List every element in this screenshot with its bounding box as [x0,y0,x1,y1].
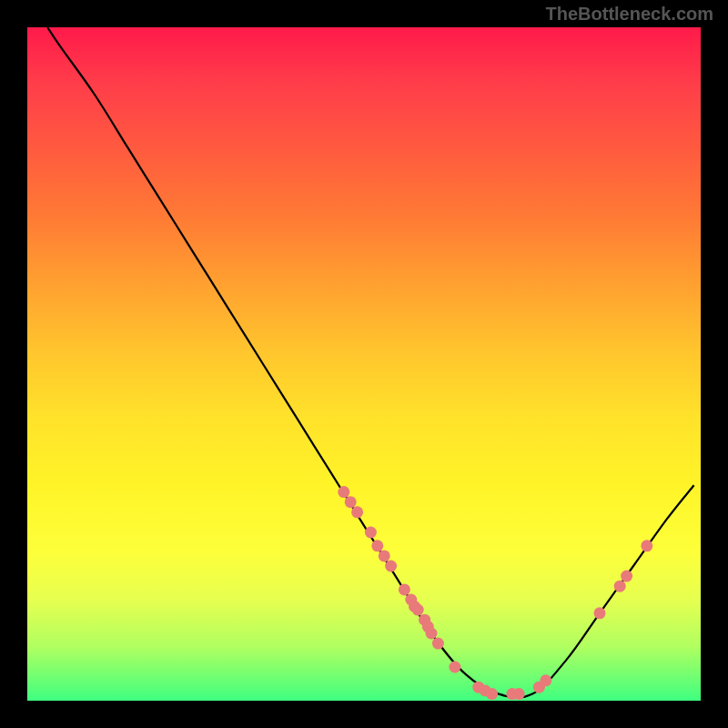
chart-plot-area [27,27,701,701]
watermark-text: TheBottleneck.com [546,4,713,25]
data-point [345,496,357,508]
data-point [594,607,606,619]
data-point [338,486,349,498]
chart-svg [27,27,701,701]
chart-curve-line [47,27,693,698]
data-point [379,550,390,561]
data-point [351,506,363,518]
data-point [399,583,410,595]
data-point [621,571,632,582]
data-point [486,688,498,700]
chart-data-points [338,486,652,700]
data-point [432,638,444,650]
data-point [513,688,525,700]
data-point [385,561,397,572]
data-point [614,581,626,592]
data-point [449,662,460,673]
data-point [426,628,438,640]
data-point [371,540,383,551]
data-point [641,540,652,551]
data-point [540,674,551,686]
data-point [412,604,424,616]
data-point [365,527,377,539]
